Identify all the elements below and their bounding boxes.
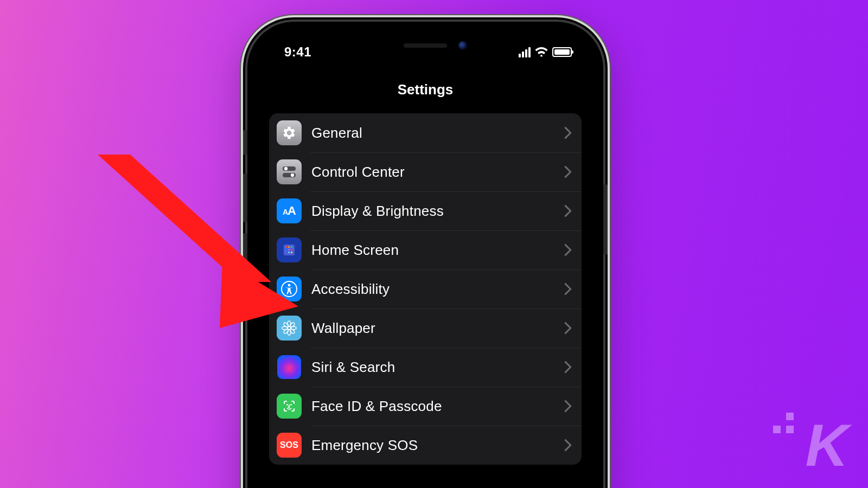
row-label: Emergency SOS xyxy=(311,437,418,454)
toggles-icon xyxy=(277,159,302,184)
svg-point-26 xyxy=(290,404,292,406)
chevron-right-icon xyxy=(564,166,572,178)
watermark-dots xyxy=(773,413,794,433)
svg-rect-12 xyxy=(288,252,290,253)
row-wallpaper[interactable]: Wallpaper xyxy=(269,309,582,348)
display-aa-icon: AA xyxy=(277,198,302,223)
status-time: 9:41 xyxy=(276,44,311,60)
row-emergency-sos[interactable]: SOS Emergency SOS xyxy=(269,426,582,465)
faceid-icon xyxy=(277,394,302,419)
row-label: Wallpaper xyxy=(311,320,375,337)
cellular-icon xyxy=(519,47,531,57)
volume-up-button xyxy=(243,174,247,222)
svg-point-3 xyxy=(291,174,294,177)
svg-point-23 xyxy=(289,322,295,328)
svg-point-21 xyxy=(283,322,289,328)
chevron-right-icon xyxy=(564,400,572,412)
stage: 9:41 Settings General xyxy=(0,0,868,488)
svg-rect-11 xyxy=(285,252,287,253)
svg-rect-13 xyxy=(291,252,292,253)
siri-icon xyxy=(277,355,302,380)
settings-list[interactable]: General Control Center xyxy=(269,113,582,465)
row-display-brightness[interactable]: AA Display & Brightness xyxy=(269,191,582,230)
row-label: Control Center xyxy=(311,164,405,181)
accessibility-icon xyxy=(277,277,302,301)
svg-rect-6 xyxy=(288,246,290,248)
battery-icon xyxy=(552,47,572,57)
notch xyxy=(352,34,499,60)
svg-rect-9 xyxy=(288,249,290,251)
row-home-screen[interactable]: Home Screen xyxy=(269,230,582,269)
svg-rect-10 xyxy=(291,249,292,251)
svg-point-1 xyxy=(284,167,288,170)
flower-icon xyxy=(277,316,302,341)
chevron-right-icon xyxy=(564,244,572,256)
row-label: Siri & Search xyxy=(311,359,395,376)
row-general[interactable]: General xyxy=(269,113,582,152)
svg-rect-5 xyxy=(285,246,287,248)
svg-rect-8 xyxy=(285,249,287,251)
svg-point-24 xyxy=(283,328,289,334)
chevron-right-icon xyxy=(564,439,572,451)
row-label: Home Screen xyxy=(311,242,399,259)
volume-down-button xyxy=(243,233,247,282)
chevron-right-icon xyxy=(564,127,572,139)
row-label: Display & Brightness xyxy=(311,203,444,220)
row-siri-search[interactable]: Siri & Search xyxy=(269,348,582,387)
watermark-text: K xyxy=(806,412,850,478)
svg-rect-7 xyxy=(291,246,292,248)
status-icons xyxy=(519,47,575,57)
row-control-center[interactable]: Control Center xyxy=(269,152,582,191)
phone-screen: 9:41 Settings General xyxy=(259,34,591,488)
home-grid-icon xyxy=(277,237,302,262)
page-title: Settings xyxy=(259,66,591,113)
gear-icon xyxy=(277,120,302,145)
row-accessibility[interactable]: Accessibility xyxy=(269,269,582,309)
chevron-right-icon xyxy=(564,322,572,334)
power-button xyxy=(603,184,608,255)
row-label: Accessibility xyxy=(311,281,390,298)
sos-icon: SOS xyxy=(277,433,302,458)
speaker-grille xyxy=(404,43,447,48)
chevron-right-icon xyxy=(564,361,572,373)
chevron-right-icon xyxy=(564,205,572,217)
watermark: K xyxy=(806,410,850,479)
wifi-icon xyxy=(535,47,548,57)
svg-point-22 xyxy=(289,328,295,334)
row-faceid-passcode[interactable]: Face ID & Passcode xyxy=(269,387,582,426)
front-camera xyxy=(458,41,467,50)
mute-switch xyxy=(243,130,247,155)
row-label: Face ID & Passcode xyxy=(311,398,442,415)
phone-frame: 9:41 Settings General xyxy=(247,22,603,488)
chevron-right-icon xyxy=(564,283,572,295)
svg-point-15 xyxy=(288,284,291,287)
svg-point-25 xyxy=(286,404,288,406)
row-label: General xyxy=(311,125,362,142)
